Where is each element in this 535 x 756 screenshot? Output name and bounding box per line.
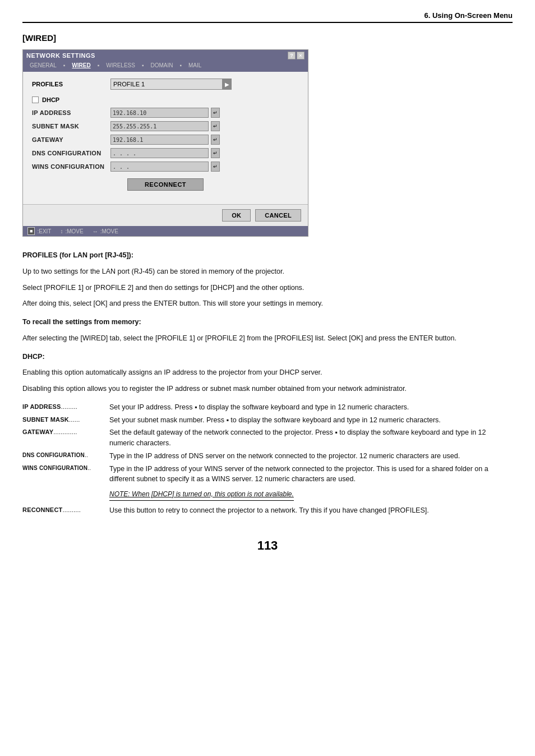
note-text: NOTE: When [DHCP] is turned on, this opt…	[109, 489, 294, 501]
profiles-text2: Select [PROFILE 1] or [PROFILE 2] and th…	[22, 283, 513, 293]
def-desc-dns: Type in the IP address of DNS server on …	[109, 451, 513, 462]
recall-section: To recall the settings from memory: Afte…	[22, 317, 513, 344]
wins-config-label: WINS CONFIGURATION	[32, 163, 110, 170]
def-desc-gateway: Set the default gateway of the network c…	[109, 427, 513, 449]
def-desc-wins: Type in the IP address of your WINS serv…	[109, 464, 513, 485]
profiles-row: PROFILES PROFILE 1 ▶	[32, 79, 299, 90]
tab-domain[interactable]: DOMAIN	[147, 61, 176, 70]
vmove-label: :MOVE	[65, 228, 83, 234]
gateway-enter-btn[interactable]: ↵	[211, 135, 220, 145]
exit-icon: ■	[27, 227, 35, 235]
recall-text: After selecting the [WIRED] tab, select …	[22, 333, 513, 344]
dhcp-checkbox[interactable]	[32, 96, 39, 103]
profiles-section: PROFILES (for LAN port [RJ-45]): Up to t…	[22, 250, 513, 309]
def-desc-subnet: Set your subnet mask number. Press ▪ to …	[109, 415, 513, 426]
profiles-select[interactable]: PROFILE 1	[110, 79, 223, 90]
dialog-tabs: GENERAL ▪ WIRED ▪ WIRELESS ▪ DOMAIN ▪ MA…	[23, 61, 308, 72]
gateway-field: ↵	[110, 135, 299, 145]
updown-icon: ↕	[60, 228, 63, 234]
wins-config-enter-btn[interactable]: ↵	[211, 162, 220, 172]
def-term-reconnect: RECONNECT..........	[22, 505, 109, 516]
def-note: NOTE: When [DHCP] is turned on, this opt…	[109, 487, 513, 503]
dhcp-heading: DHCP:	[22, 352, 513, 362]
def-term-subnet: SUBNET MASK......	[22, 415, 109, 426]
reconnect-button[interactable]: RECONNECT	[127, 178, 204, 191]
leftright-icon: ↔	[93, 228, 98, 234]
recall-heading: To recall the settings from memory:	[22, 317, 513, 328]
definitions-list: IP ADDRESS......... Set your IP address.…	[22, 402, 513, 516]
def-gateway: GATEWAY............. Set the default gat…	[22, 427, 513, 449]
def-wins: WINS CONFIGURATION.. Type in the IP addr…	[22, 464, 513, 485]
dns-config-field: ↵	[110, 148, 299, 158]
def-term-wins: WINS CONFIGURATION..	[22, 464, 109, 485]
statusbar-exit: ■ :EXIT	[27, 227, 51, 235]
dialog-statusbar: ■ :EXIT ↕ :MOVE ↔ :MOVE	[23, 226, 308, 236]
exit-label: :EXIT	[37, 228, 51, 234]
def-dns: DNS CONFIGURATION.. Type in the IP addre…	[22, 451, 513, 462]
def-term-ip: IP ADDRESS.........	[22, 402, 109, 413]
subnet-mask-enter-btn[interactable]: ↵	[211, 121, 220, 131]
ok-button[interactable]: OK	[222, 209, 251, 222]
profiles-dropdown-arrow[interactable]: ▶	[223, 79, 232, 90]
profiles-value: PROFILE 1	[113, 81, 145, 87]
network-settings-dialog: NETWORK SETTINGS ? × GENERAL ▪ WIRED ▪ W…	[22, 49, 308, 237]
wins-config-row: WINS CONFIGURATION ↵	[32, 162, 299, 172]
subnet-mask-input[interactable]	[110, 121, 209, 131]
def-subnet-mask: SUBNET MASK...... Set your subnet mask n…	[22, 415, 513, 426]
def-term-gateway: GATEWAY.............	[22, 427, 109, 449]
ip-address-label: IP ADDRESS	[32, 109, 110, 116]
page-header: 6. Using On-Screen Menu	[22, 11, 513, 23]
ip-address-input[interactable]	[110, 108, 209, 118]
profiles-text1: Up to two settings for the LAN port (RJ-…	[22, 266, 513, 277]
profiles-heading: PROFILES (for LAN port [RJ-45]):	[22, 250, 513, 261]
dhcp-text1: Enabling this option automatically assig…	[22, 367, 513, 378]
dns-config-enter-btn[interactable]: ↵	[211, 148, 220, 158]
hmove-label: :MOVE	[100, 228, 118, 234]
tab-wireless[interactable]: WIRELESS	[103, 61, 139, 70]
statusbar-hmove: ↔ :MOVE	[93, 227, 118, 235]
header-title: 6. Using On-Screen Menu	[425, 11, 513, 20]
close-button[interactable]: ×	[297, 52, 305, 59]
gateway-input[interactable]	[110, 135, 209, 145]
tab-general[interactable]: GENERAL	[26, 61, 60, 70]
help-button[interactable]: ?	[288, 52, 296, 59]
dns-config-row: DNS CONFIGURATION ↵	[32, 148, 299, 158]
def-reconnect: RECONNECT.......... Use this button to r…	[22, 505, 513, 516]
dialog-footer: OK CANCEL	[23, 204, 308, 226]
profiles-text3: After doing this, select [OK] and press …	[22, 298, 513, 309]
section-title: [WIRED]	[22, 33, 513, 43]
def-ip-address: IP ADDRESS......... Set your IP address.…	[22, 402, 513, 413]
gateway-label: GATEWAY	[32, 136, 110, 143]
ip-address-row: IP ADDRESS ↵	[32, 108, 299, 118]
dns-config-input[interactable]	[110, 148, 209, 158]
def-desc-reconnect: Use this button to retry to connect the …	[109, 505, 513, 516]
subnet-mask-row: SUBNET MASK ↵	[32, 121, 299, 131]
body-content: PROFILES (for LAN port [RJ-45]): Up to t…	[22, 250, 513, 516]
dhcp-label: DHCP	[42, 96, 59, 103]
tab-mail[interactable]: MAIL	[185, 61, 205, 70]
def-term-dns: DNS CONFIGURATION..	[22, 451, 109, 462]
wins-config-field: ↵	[110, 162, 299, 172]
gateway-row: GATEWAY ↵	[32, 135, 299, 145]
fields-section: IP ADDRESS ↵ SUBNET MASK ↵ GATEWAY ↵	[32, 108, 299, 172]
subnet-mask-label: SUBNET MASK	[32, 123, 110, 130]
page-number: 113	[22, 538, 513, 553]
titlebar-controls: ? ×	[288, 52, 305, 59]
subnet-mask-field: ↵	[110, 121, 299, 131]
tab-wired[interactable]: WIRED	[68, 61, 94, 70]
dialog-body: PROFILES PROFILE 1 ▶ DHCP IP ADDRESS ↵	[23, 72, 308, 204]
ip-address-field: ↵	[110, 108, 299, 118]
dialog-title: NETWORK SETTINGS	[26, 52, 95, 59]
def-desc-ip: Set your IP address. Press ▪ to display …	[109, 402, 513, 413]
wins-config-input[interactable]	[110, 162, 209, 172]
profiles-label: PROFILES	[32, 81, 110, 87]
statusbar-vmove: ↕ :MOVE	[60, 227, 83, 235]
cancel-button[interactable]: CANCEL	[255, 209, 301, 222]
dhcp-section: DHCP: Enabling this option automatically…	[22, 352, 513, 394]
dns-config-label: DNS CONFIGURATION	[32, 150, 110, 156]
ip-address-enter-btn[interactable]: ↵	[211, 108, 220, 118]
dhcp-row: DHCP	[32, 96, 299, 103]
dhcp-text2: Disabling this option allows you to regi…	[22, 384, 513, 394]
dialog-titlebar: NETWORK SETTINGS ? ×	[23, 50, 308, 61]
